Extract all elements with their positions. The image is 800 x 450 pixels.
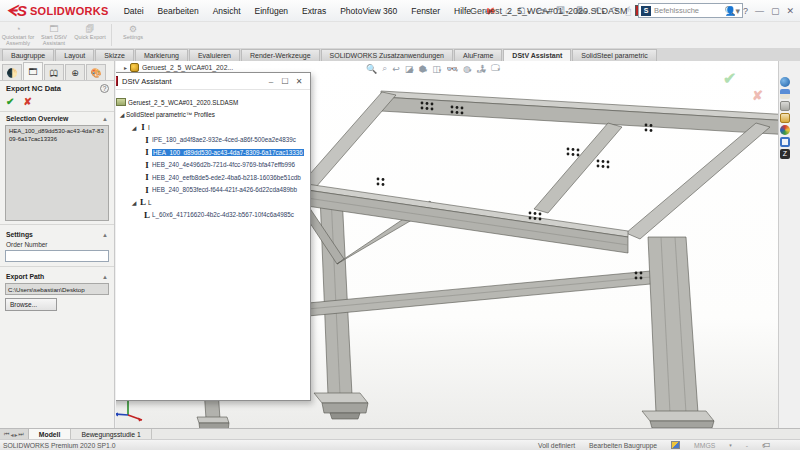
tree-row-l-group[interactable]: ◢ L L: [130, 196, 308, 209]
units-dropdown-icon[interactable]: ▾: [729, 442, 732, 448]
cancel-x-icon[interactable]: ✘: [23, 96, 31, 107]
solidsteel-taskpane-icon[interactable]: Z: [780, 149, 790, 159]
confirm-cancel-icon[interactable]: ✘: [752, 88, 763, 103]
solidworks-resources-icon[interactable]: [780, 77, 790, 87]
tab-layout[interactable]: Layout: [55, 49, 94, 61]
close-icon[interactable]: ✕: [786, 6, 794, 16]
view-orientation-icon[interactable]: ⬢▾: [419, 64, 427, 74]
tab-baugruppe[interactable]: Baugruppe: [2, 49, 54, 61]
tree-row-profile[interactable]: I HEB_240_8053fecd-f644-421f-a426-6d22cd…: [142, 184, 308, 197]
ok-check-icon[interactable]: ✔: [6, 96, 14, 107]
dialog-tree[interactable]: ◢ Geruest_2_5_WCA#01_2020.SLDASM ◢ Solid…: [116, 90, 310, 221]
confirm-check-icon[interactable]: ✔: [723, 69, 736, 88]
menu-einfuegen[interactable]: Einfügen: [248, 3, 296, 19]
menu-ansicht[interactable]: Ansicht: [206, 3, 248, 19]
last-tab-icon[interactable]: ⏭: [18, 431, 23, 438]
hide-show-items-icon[interactable]: 👓▾: [446, 64, 458, 74]
view-palette-icon[interactable]: [780, 113, 790, 123]
minimize-icon[interactable]: —: [755, 6, 764, 16]
quick-export-button[interactable]: 🗐 Quick Export: [72, 22, 108, 48]
quickstart-assembly-button[interactable]: ◔ Quickstart for Assembly: [0, 22, 36, 48]
selection-overview-label: Selection Overview: [6, 115, 68, 122]
menu-bearbeiten[interactable]: Bearbeiten: [151, 3, 206, 19]
tree-row-root[interactable]: ◢ Geruest_2_5_WCA#01_2020.SLDASM: [116, 96, 308, 109]
tree-expand-icon[interactable]: ◢: [118, 111, 126, 118]
task-pane-strip: Z: [778, 61, 791, 428]
selection-overview-list[interactable]: HEA_100_d89dd530-ac43-4da7-8309-6a17cac1…: [5, 125, 109, 221]
previous-view-icon[interactable]: ↩: [392, 64, 400, 74]
selection-item[interactable]: HEA_100_d89dd530-ac43-4da7-8309-6a17cac1…: [9, 128, 104, 142]
dimxpert-tab-icon[interactable]: ⊕: [65, 64, 85, 80]
file-explorer-icon[interactable]: [780, 101, 790, 111]
display-style-icon[interactable]: ◫▾: [432, 64, 441, 74]
tab-markierung[interactable]: Markierung: [135, 49, 188, 61]
tab-dstv-assistant[interactable]: DStV Assistant: [503, 49, 571, 61]
tab-zusatzanwendungen[interactable]: SOLIDWORKS Zusatzanwendungen: [321, 49, 453, 61]
order-number-input[interactable]: [5, 250, 109, 262]
edit-appearance-icon[interactable]: ◍▾: [463, 64, 471, 74]
next-tab-icon[interactable]: ▸: [14, 431, 17, 438]
tab-scroll-arrows[interactable]: ⏮ ◂ ▸ ⏭: [0, 429, 29, 439]
ribbon: ◔ Quickstart for Assembly 🗔 Start DStV A…: [0, 22, 800, 48]
view-settings-icon[interactable]: 🖵▾: [491, 63, 500, 74]
tree-expand-icon[interactable]: ◢: [130, 124, 138, 131]
apply-scene-icon[interactable]: 🏞▾: [476, 64, 486, 74]
tree-row-profile[interactable]: L L_60x6_41716620-4b2c-4d32-b567-10f4c6a…: [142, 209, 308, 222]
section-view-icon[interactable]: ◪▾: [405, 64, 414, 74]
menu-extras[interactable]: Extras: [295, 3, 333, 19]
tab-render-werkzeuge[interactable]: Render-Werkzeuge: [241, 49, 320, 61]
dstv-assistant-dialog[interactable]: DStV Assistant – ☐ ✕ ◢ Geruest_2_5_WCA#0…: [116, 72, 311, 401]
status-units[interactable]: MMGS: [694, 442, 715, 449]
menu-fenster[interactable]: Fenster: [404, 3, 447, 19]
user-account-icon[interactable]: 👤: [725, 6, 736, 16]
menu-datei[interactable]: Datei: [117, 3, 151, 19]
tree-row-profile-selected[interactable]: I HEA_100_d89dd530-ac43-4da7-8309-6a17ca…: [142, 146, 308, 159]
zoom-to-fit-icon[interactable]: 🔍: [366, 64, 377, 74]
tab-solidsteel-parametric[interactable]: SolidSteel parametric: [572, 49, 657, 61]
zoom-to-area-icon[interactable]: ⌕: [382, 63, 387, 74]
displaymanager-tab-icon[interactable]: 🎨: [86, 64, 106, 80]
panel-help-icon[interactable]: ?: [100, 84, 109, 93]
tree-row-i-group[interactable]: ◢ I I: [130, 121, 308, 134]
featuremanager-tab-icon[interactable]: 🌓: [2, 64, 22, 80]
configurationmanager-tab-icon[interactable]: 🕮: [44, 64, 64, 80]
maximize-icon[interactable]: ▢: [771, 6, 780, 16]
manager-tab-strip: 🌓 🗔 🕮 ⊕ 🎨: [0, 61, 114, 81]
tab-skizze[interactable]: Skizze: [95, 49, 134, 61]
tree-row-profile[interactable]: I HEB_240_eefb8de5-ede2-4ba6-b218-16036b…: [142, 171, 308, 184]
appearances-scenes-icon[interactable]: [780, 125, 790, 135]
tree-expand-icon[interactable]: ◢: [130, 199, 138, 206]
collapse-chevron-icon[interactable]: ▲: [102, 274, 108, 280]
prev-tab-icon[interactable]: ◂: [10, 431, 13, 438]
menu-photoview[interactable]: PhotoView 360: [333, 3, 404, 19]
help-icon[interactable]: ?: [743, 6, 748, 16]
tag-icon[interactable]: 🏷: [762, 441, 770, 450]
i-beam-profile-icon: I: [142, 136, 152, 144]
dialog-minimize-icon[interactable]: –: [264, 77, 278, 86]
search-input[interactable]: Befehlssuche: [654, 6, 724, 15]
tab-modell[interactable]: Modell: [29, 429, 72, 439]
tree-row-profile[interactable]: I IPE_180_ad4f8ae2-932e-4ced-a86f-500ea2…: [142, 134, 308, 147]
tab-bewegungsstudie[interactable]: Bewegungsstudie 1: [71, 429, 151, 439]
graphics-viewport[interactable]: ▸ Geruest_2_5_WCA#01_202... 🔍 ⌕ ↩ ◪▾ ⬢▾ …: [116, 61, 791, 428]
export-path-field[interactable]: C:\Users\sebastian\Desktop: [5, 283, 109, 295]
start-dstv-assistant-button[interactable]: 🗔 Start DStV Assistant: [36, 22, 72, 48]
feature-tree-flyout[interactable]: ▸ Geruest_2_5_WCA#01_202...: [124, 63, 233, 72]
settings-button[interactable]: ⚙ Settings: [115, 22, 151, 48]
design-library-icon[interactable]: [780, 89, 790, 99]
status-bar: SOLIDWORKS Premium 2020 SP1.0 Voll defin…: [0, 439, 800, 450]
tree-row-profile[interactable]: I HEB_240_4e496d2b-721d-4fcc-9769-bfa47e…: [142, 159, 308, 172]
dialog-close-icon[interactable]: ✕: [292, 77, 306, 86]
collapse-chevron-icon[interactable]: ▲: [102, 116, 108, 122]
custom-properties-icon[interactable]: [780, 137, 790, 147]
collapse-chevron-icon[interactable]: ▲: [102, 232, 108, 238]
dialog-title-bar[interactable]: DStV Assistant – ☐ ✕: [116, 73, 310, 90]
propertymanager-tab-icon[interactable]: 🗔: [23, 62, 43, 80]
tab-evaluieren[interactable]: Evaluieren: [189, 49, 240, 61]
first-tab-icon[interactable]: ⏮: [4, 431, 9, 438]
dialog-maximize-icon[interactable]: ☐: [278, 77, 292, 86]
browse-button[interactable]: Browse...: [5, 298, 57, 311]
expand-arrow-icon[interactable]: ▸: [124, 64, 127, 71]
tree-row-profiles-group[interactable]: ◢ SolidSteel parametric™ Profiles: [118, 109, 308, 122]
tab-aluframe[interactable]: AluFrame: [454, 49, 502, 61]
